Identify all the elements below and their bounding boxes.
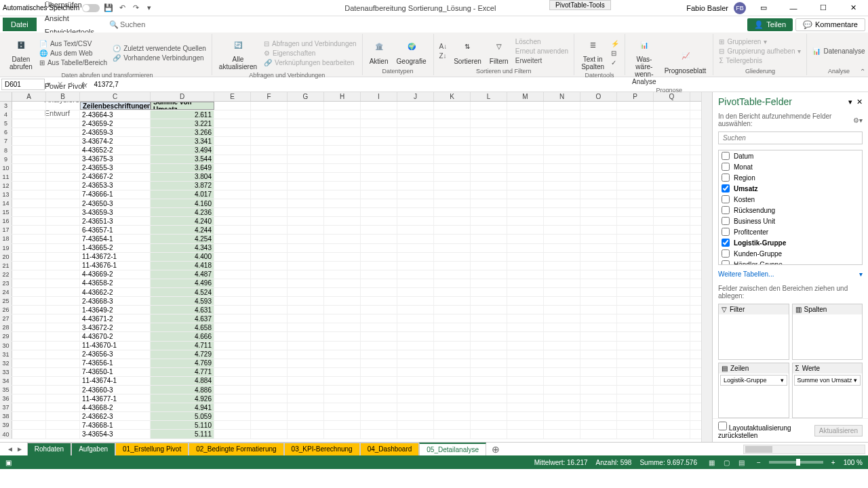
page-break-icon[interactable]: ▤: [735, 457, 749, 468]
column-header[interactable]: F: [251, 92, 288, 101]
record-macro-icon[interactable]: ▣: [5, 459, 12, 466]
column-header[interactable]: P: [617, 92, 654, 101]
pivot-row-label[interactable]: 2-43660-3: [80, 386, 151, 394]
pivot-row-label[interactable]: 7-43668-1: [80, 421, 151, 429]
pivot-row-label[interactable]: 1-43665-2: [80, 244, 151, 252]
field-checkbox[interactable]: [722, 184, 730, 192]
pivot-value-cell[interactable]: 3.804: [151, 173, 214, 181]
row-header[interactable]: 14: [0, 199, 12, 207]
row-header[interactable]: 13: [0, 190, 12, 199]
cancel-formula-icon[interactable]: ✕: [57, 80, 63, 89]
pivot-row-label[interactable]: 4-43658-2: [80, 279, 151, 287]
row-header[interactable]: 26: [0, 306, 12, 314]
field-item[interactable]: Profitcenter: [719, 226, 862, 237]
pane-close-icon[interactable]: ✕: [856, 98, 863, 106]
column-header[interactable]: B: [46, 92, 80, 101]
formula-input[interactable]: 41372,7: [92, 79, 868, 89]
fx-icon[interactable]: fx: [77, 81, 92, 89]
scroll-down-icon[interactable]: ▾: [859, 270, 863, 278]
pivot-value-cell[interactable]: 4.418: [151, 262, 214, 270]
table-row[interactable]: 162-43651-34.240: [0, 217, 701, 226]
table-row[interactable]: 382-43662-35.059: [0, 412, 701, 421]
columns-area[interactable]: ▥Spalten: [792, 304, 863, 360]
pivot-value-cell[interactable]: 4.593: [151, 297, 214, 305]
sheet-nav-next-icon[interactable]: ►: [16, 445, 23, 453]
field-checkbox[interactable]: [722, 228, 730, 236]
row-header[interactable]: 18: [0, 235, 12, 243]
table-row[interactable]: 42-43664-32.611: [0, 110, 701, 119]
pivot-row-label[interactable]: 6-43657-1: [80, 226, 151, 234]
table-row[interactable]: 153-43659-34.236: [0, 208, 701, 217]
pivot-value-cell[interactable]: 4.343: [151, 244, 214, 252]
forecast-sheet[interactable]: 📈Prognoseblatt: [662, 45, 709, 76]
table-row[interactable]: 93-43675-33.544: [0, 155, 701, 164]
field-checkbox[interactable]: [722, 152, 730, 160]
pivot-value-cell[interactable]: 4.637: [151, 314, 214, 323]
field-checkbox[interactable]: [722, 249, 730, 258]
field-checkbox[interactable]: [722, 260, 730, 265]
field-checkbox[interactable]: [722, 174, 730, 182]
pivot-row-label[interactable]: 2-43667-2: [80, 173, 151, 181]
field-list[interactable]: DatumMonatRegionUmsatzKostenRücksendungB…: [718, 150, 863, 265]
column-header[interactable]: H: [324, 92, 361, 101]
table-row[interactable]: 374-43668-24.941: [0, 403, 701, 412]
row-header[interactable]: 36: [0, 394, 12, 403]
add-sheet-button[interactable]: ⊕: [486, 444, 505, 455]
column-header[interactable]: L: [471, 92, 507, 101]
pivot-value-header[interactable]: Summe von Umsatz: [151, 102, 214, 110]
pivot-row-label[interactable]: 11-43677-1: [80, 394, 151, 403]
pivot-row-label[interactable]: 3-43674-2: [80, 137, 151, 145]
pivot-value-cell[interactable]: 3.872: [151, 182, 214, 190]
pivot-row-label[interactable]: 7-43654-1: [80, 235, 151, 243]
customize-qat-icon[interactable]: ▾: [144, 3, 154, 13]
table-row[interactable]: 73-43674-23.341: [0, 137, 701, 146]
rows-area[interactable]: ▤Zeilen Logistik-Gruppe▾: [718, 363, 789, 419]
column-header[interactable]: A: [12, 92, 46, 101]
chevron-down-icon[interactable]: ▾: [854, 377, 857, 384]
zoom-level[interactable]: 100 %: [844, 459, 863, 466]
row-header[interactable]: 11: [0, 173, 12, 181]
refresh-all-button[interactable]: 🔄Alle aktualisieren: [216, 34, 260, 72]
filter-area[interactable]: ▽Filter: [718, 304, 789, 360]
pivot-row-label[interactable]: 2-43650-3: [80, 199, 151, 207]
filter-button[interactable]: ▽Filtern: [487, 36, 511, 66]
pivot-value-cell[interactable]: 4.017: [151, 190, 214, 199]
row-header[interactable]: 31: [0, 350, 12, 359]
row-header[interactable]: 8: [0, 146, 12, 154]
from-table[interactable]: ⊞Aus Tabelle/Bereich: [38, 58, 108, 67]
ribbon-tab-ansicht[interactable]: Ansicht: [38, 12, 101, 25]
table-row[interactable]: 102-43655-33.649: [0, 164, 701, 173]
row-header[interactable]: 23: [0, 279, 12, 287]
namebox-dropdown-icon[interactable]: ▾: [45, 80, 53, 89]
pivot-value-cell[interactable]: 4.400: [151, 253, 214, 261]
remove-dups[interactable]: ⊟: [610, 49, 620, 58]
pivot-row-label[interactable]: 4-43671-2: [80, 314, 151, 323]
row-header[interactable]: 17: [0, 226, 12, 234]
pivot-value-cell[interactable]: 4.236: [151, 208, 214, 216]
row-header[interactable]: 30: [0, 342, 12, 350]
pivot-row-label[interactable]: 1-43649-2: [80, 306, 151, 314]
table-row[interactable]: 142-43650-34.160: [0, 199, 701, 208]
pivot-filter-icon[interactable]: ↓▾: [143, 103, 149, 109]
row-header[interactable]: 29: [0, 332, 12, 340]
text-to-columns[interactable]: ☰Text in Spalten: [578, 34, 607, 72]
row-header[interactable]: 27: [0, 314, 12, 323]
pivot-row-label[interactable]: 3-43654-3: [80, 430, 151, 438]
column-header[interactable]: G: [288, 92, 324, 101]
table-row[interactable]: 52-43659-23.221: [0, 119, 701, 128]
pivot-value-cell[interactable]: 3.544: [151, 155, 214, 163]
table-row[interactable]: 3411-43674-14.884: [0, 377, 701, 386]
pivot-value-cell[interactable]: 4.524: [151, 288, 214, 296]
row-header[interactable]: 12: [0, 182, 12, 190]
pivot-value-cell[interactable]: 3.494: [151, 146, 214, 154]
table-row[interactable]: 112-43667-23.804: [0, 173, 701, 182]
toggle-switch[interactable]: [82, 4, 100, 12]
table-row[interactable]: 283-43672-24.658: [0, 323, 701, 332]
field-item[interactable]: Region: [719, 172, 862, 183]
row-header[interactable]: 35: [0, 386, 12, 394]
pivot-value-cell[interactable]: 4.631: [151, 306, 214, 314]
table-row[interactable]: 122-43653-33.872: [0, 182, 701, 190]
column-header[interactable]: K: [434, 92, 471, 101]
data-analysis[interactable]: 📊Datenanalyse: [811, 47, 866, 56]
zoom-slider[interactable]: [769, 461, 823, 464]
